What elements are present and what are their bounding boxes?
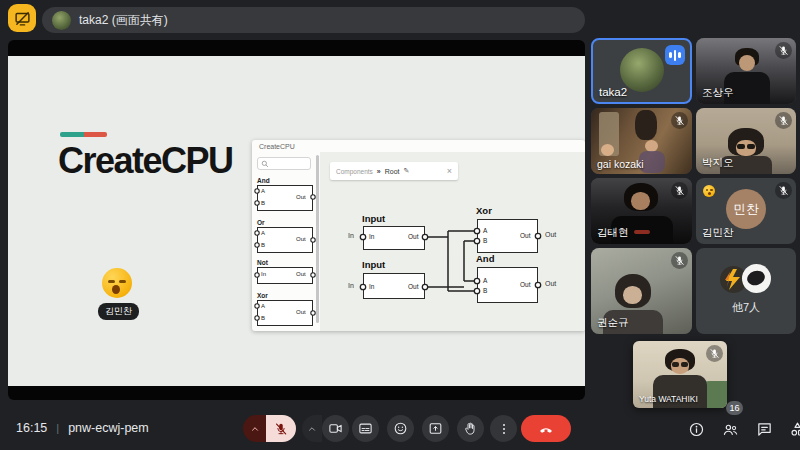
participant-name: 조상우 <box>702 86 734 100</box>
overflow-participants-tile[interactable]: 他7人 <box>696 248 796 334</box>
mic-button-group <box>243 415 296 442</box>
more-options-button[interactable] <box>490 415 517 442</box>
mic-off-icon <box>671 252 688 269</box>
reaction-emoji <box>703 185 715 197</box>
participant-name: 김민찬 <box>702 226 734 240</box>
camera-options-chevron[interactable] <box>302 415 322 442</box>
participant-tile[interactable]: 민찬 김민찬 <box>696 178 796 244</box>
emoji-smile-icon <box>393 421 408 436</box>
participant-count-badge: 16 <box>726 401 743 415</box>
mic-off-icon <box>775 42 792 59</box>
more-vertical-icon <box>497 422 511 436</box>
present-icon <box>428 421 443 436</box>
reaction-emoji <box>102 268 132 298</box>
camera-icon <box>328 421 343 436</box>
mic-mute-toggle-button[interactable] <box>266 415 296 442</box>
captions-icon <box>358 421 373 436</box>
participant-tile[interactable]: taka2 <box>591 38 692 104</box>
reaction-sender-label: 김민찬 <box>98 303 139 320</box>
participant-name: 김태현 <box>597 226 629 240</box>
presenter-avatar <box>52 11 71 30</box>
meeting-meta: 16:15 | pnw-ecwj-pem <box>16 421 149 435</box>
mic-off-icon <box>671 182 688 199</box>
participant-tile[interactable]: gai kozaki <box>591 108 692 174</box>
present-screen-button[interactable] <box>422 415 449 442</box>
captions-button[interactable] <box>352 415 379 442</box>
mic-off-icon <box>671 112 688 129</box>
participant-tile[interactable]: 박지오 <box>696 108 796 174</box>
avatar: 민찬 <box>726 189 766 229</box>
presentation-stop-icon <box>14 10 31 27</box>
chevron-up-icon <box>307 424 317 434</box>
mic-options-chevron[interactable] <box>243 415 266 442</box>
slide-accent-bar <box>60 132 107 137</box>
meta-divider: | <box>56 422 59 434</box>
info-icon[interactable] <box>688 421 705 438</box>
participant-tile[interactable]: Yuta WATAHIKI <box>633 341 727 408</box>
raise-hand-button[interactable] <box>457 415 484 442</box>
participant-tile[interactable]: 김태현 <box>591 178 692 244</box>
activities-icon[interactable] <box>789 421 800 438</box>
stop-presenting-button[interactable] <box>8 4 36 32</box>
mic-off-icon <box>775 112 792 129</box>
chat-icon[interactable] <box>756 421 773 438</box>
overflow-count-label: 他7人 <box>696 300 796 315</box>
meeting-panels <box>688 421 800 438</box>
mic-off-icon <box>775 182 792 199</box>
presenter-pill[interactable]: taka2 (画面共有) <box>42 7 585 33</box>
mic-off-icon <box>274 422 288 436</box>
mic-off-icon <box>706 345 723 362</box>
shared-slide: CreateCPU 김민찬 CreateCPU <box>8 56 585 386</box>
overflow-avatar-2 <box>742 264 771 293</box>
participant-name: 권순규 <box>597 316 629 330</box>
reactions-button[interactable] <box>387 415 414 442</box>
createcpu-app-window: CreateCPU And A B Out Or A B <box>252 140 585 331</box>
camera-toggle-button[interactable] <box>322 415 349 442</box>
people-icon[interactable] <box>721 421 740 438</box>
meeting-code: pnw-ecwj-pem <box>68 421 149 435</box>
participant-tile[interactable]: 조상우 <box>696 38 796 104</box>
screen-share-stage[interactable]: CreateCPU 김민찬 CreateCPU <box>8 40 585 400</box>
google-meet-window: taka2 (画面共有) CreateCPU 김민찬 CreateCPU <box>0 0 800 450</box>
participant-name: gai kozaki <box>597 158 644 170</box>
call-end-icon <box>537 420 555 438</box>
circuit-wires <box>252 140 585 331</box>
end-call-button[interactable] <box>521 415 571 442</box>
clock-time: 16:15 <box>16 421 47 435</box>
speaking-indicator-icon <box>665 45 685 65</box>
presenter-name: taka2 (画面共有) <box>79 12 168 29</box>
participant-tile[interactable]: 권순규 <box>591 248 692 334</box>
participant-name: taka2 <box>599 86 627 98</box>
avatar-initials: 민찬 <box>734 201 759 218</box>
participant-name: Yuta WATAHIKI <box>639 394 698 404</box>
hand-icon <box>463 421 478 436</box>
participant-name: 박지오 <box>702 156 734 170</box>
chevron-up-icon <box>250 424 260 434</box>
slide-title: CreateCPU <box>58 140 233 182</box>
